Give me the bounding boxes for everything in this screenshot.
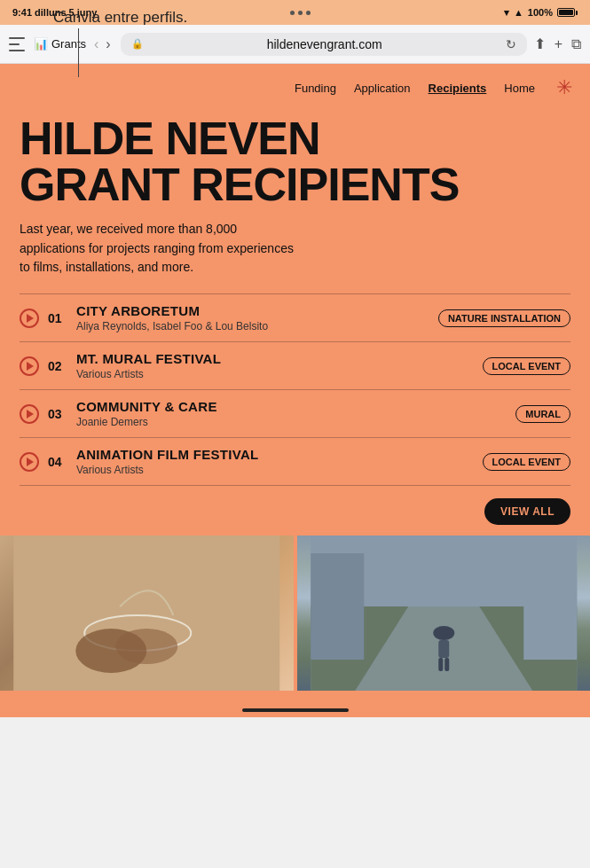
nav-recipients[interactable]: Recipients — [429, 82, 487, 95]
play-triangle-icon — [27, 362, 34, 371]
bottom-images — [0, 536, 590, 691]
website-content: Funding Application Recipients Home ✳ HI… — [0, 64, 590, 691]
browser-toolbar: 📊 Grants ‹ › 🔒 hildenevengrant.com ↻ ⬆ +… — [0, 25, 590, 64]
hero-subtitle: Last year, we received more than 8,000 a… — [20, 220, 303, 278]
home-indicator — [0, 691, 590, 717]
art-image-bg — [0, 536, 294, 691]
recipient-num-4: 04 — [48, 455, 67, 469]
play-triangle-icon — [27, 410, 34, 418]
recipient-artists-3: Joanie Demers — [76, 416, 507, 428]
recipient-title-4: ANIMATION FILM FESTIVAL — [76, 447, 474, 462]
recipient-row: 03 COMMUNITY & CARE Joanie Demers MURAL — [20, 389, 570, 437]
svg-rect-12 — [444, 658, 449, 671]
svg-rect-7 — [523, 562, 577, 660]
sidebar-toggle-icon[interactable] — [9, 37, 28, 51]
battery-icon — [557, 8, 578, 17]
signal-icon: ▲ — [514, 7, 523, 18]
back-arrow-button[interactable]: ‹ — [91, 36, 101, 52]
site-nav: Funding Application Recipients Home ✳ — [0, 64, 590, 108]
view-all-button[interactable]: VIEW ALL — [484, 498, 570, 525]
recipients-list: 01 CITY ARBORETUM Aliya Reynolds, Isabel… — [0, 286, 590, 489]
street-image-bg — [297, 536, 591, 691]
reload-button[interactable]: ↻ — [506, 37, 516, 51]
recipient-info-4: ANIMATION FILM FESTIVAL Various Artists — [76, 447, 474, 476]
share-button[interactable]: ⬆ — [534, 35, 546, 52]
hero-title: HILDE NEVENGRANT RECIPIENTS — [20, 115, 570, 207]
recipient-info-1: CITY ARBORETUM Aliya Reynolds, Isabel Fo… — [76, 303, 429, 332]
view-all-row: VIEW ALL — [0, 489, 590, 536]
street-photo-image — [297, 536, 591, 691]
svg-rect-0 — [13, 536, 279, 691]
svg-rect-10 — [438, 640, 449, 658]
play-triangle-icon — [27, 457, 34, 466]
url-text: hildenevengrant.com — [149, 37, 500, 51]
site-logo[interactable]: ✳ — [556, 76, 572, 99]
recipient-info-2: MT. MURAL FESTIVAL Various Artists — [76, 351, 474, 380]
recipient-artists-4: Various Artists — [76, 464, 474, 476]
play-button-2[interactable] — [20, 356, 39, 376]
recipient-title-2: MT. MURAL FESTIVAL — [76, 351, 474, 366]
play-button-3[interactable] — [20, 404, 39, 424]
browser-left-controls[interactable]: 📊 Grants ‹ › — [9, 36, 114, 52]
forward-arrow-button[interactable]: › — [103, 36, 113, 52]
recipient-num-1: 01 — [48, 311, 67, 325]
nav-arrows[interactable]: ‹ › — [91, 36, 114, 52]
recipient-artists-2: Various Artists — [76, 368, 474, 380]
address-bar[interactable]: 🔒 hildenevengrant.com ↻ — [121, 33, 527, 56]
recipient-row: 04 ANIMATION FILM FESTIVAL Various Artis… — [20, 437, 570, 486]
play-triangle-icon — [27, 314, 34, 323]
tabs-button[interactable]: ⧉ — [571, 36, 581, 52]
recipient-row: 01 CITY ARBORETUM Aliya Reynolds, Isabel… — [20, 293, 570, 341]
svg-rect-11 — [438, 658, 443, 671]
tooltip-line — [78, 28, 79, 77]
home-bar — [242, 708, 349, 712]
svg-point-3 — [115, 629, 177, 664]
wifi-icon: ▾ — [504, 7, 509, 19]
battery-percent: 100% — [528, 7, 553, 18]
nav-funding[interactable]: Funding — [295, 82, 336, 95]
play-button-4[interactable] — [20, 452, 39, 472]
recipient-tag-4[interactable]: LOCAL EVENT — [483, 453, 570, 471]
recipient-num-3: 03 — [48, 407, 67, 421]
recipient-tag-3[interactable]: MURAL — [515, 405, 570, 423]
recipient-info-3: COMMUNITY & CARE Joanie Demers — [76, 399, 507, 428]
status-dots — [290, 11, 311, 15]
add-tab-button[interactable]: + — [555, 36, 562, 52]
recipient-row: 02 MT. MURAL FESTIVAL Various Artists LO… — [20, 341, 570, 389]
tooltip-text: Canvia entre perfils. — [53, 9, 187, 27]
nav-home[interactable]: Home — [504, 82, 535, 95]
recipient-num-2: 02 — [48, 359, 67, 373]
recipient-tag-1[interactable]: NATURE INSTALLATION — [438, 309, 570, 327]
svg-rect-6 — [311, 553, 364, 660]
art-installation-image — [0, 536, 294, 691]
bar-chart-icon: 📊 — [34, 37, 48, 51]
play-button-1[interactable] — [20, 309, 39, 328]
recipient-title-1: CITY ARBORETUM — [76, 303, 429, 318]
recipient-tag-2[interactable]: LOCAL EVENT — [483, 357, 570, 375]
status-right: ▾ ▲ 100% — [504, 7, 578, 19]
browser-right-controls[interactable]: ⬆ + ⧉ — [534, 35, 581, 52]
recipient-artists-1: Aliya Reynolds, Isabel Foo & Lou Belsito — [76, 320, 429, 332]
hero-section: HILDE NEVENGRANT RECIPIENTS Last year, w… — [0, 108, 590, 286]
nav-application[interactable]: Application — [354, 82, 411, 95]
svg-point-9 — [433, 626, 454, 640]
lock-icon: 🔒 — [131, 38, 144, 50]
recipient-title-3: COMMUNITY & CARE — [76, 399, 507, 414]
